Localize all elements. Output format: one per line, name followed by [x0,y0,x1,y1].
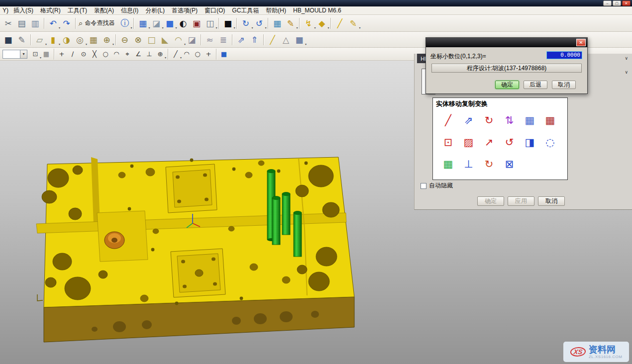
draft-analysis-icon[interactable]: △ [280,33,292,46]
measure-ruler-icon[interactable]: ╱ [333,17,346,29]
revolve-icon[interactable]: ◑ [60,33,73,46]
menu-item[interactable]: 格式(R) [37,6,64,15]
pattern-icon[interactable]: ▦ [87,33,100,46]
measure-distance-icon[interactable]: ╱ [266,33,279,46]
snap-midpoint-icon[interactable]: ⊙ [79,49,89,59]
scale-copy-icon[interactable]: ⊠ [502,157,517,172]
wcs-cube-icon[interactable]: ■ [219,49,229,59]
sketch-icon[interactable]: ✎ [15,33,28,46]
minimize-button[interactable]: – [603,0,612,6]
sketch-pencil-icon[interactable]: ✎ [347,17,359,29]
snap-endpoint-icon[interactable]: ∕ [68,49,78,59]
rotate-point-icon[interactable]: ↺ [502,135,517,150]
background-swatch-icon[interactable]: ■ [221,17,234,29]
panel-ok-button[interactable]: 确定 [477,196,504,206]
snap-tangent-icon[interactable]: ⊕ [155,49,165,59]
wizard-bolt-icon[interactable]: ↯ [302,17,315,29]
datum-plane-icon[interactable]: ▱ [33,33,46,46]
rect-array-icon[interactable]: ▦ [543,113,558,128]
glass-plane-icon[interactable]: ◪ [150,17,162,29]
selection-scope-combo[interactable]: ▾ [2,50,27,59]
grid-copy-icon[interactable]: ▦ [441,157,456,172]
redo-icon[interactable]: ↷ [60,17,73,29]
menu-item[interactable]: 分析(L) [142,6,168,15]
view-window-icon[interactable]: ▦ [136,17,149,29]
snap-perpendicular-icon[interactable]: ⊥ [144,49,154,59]
rotate-angle-icon[interactable]: ↻ [482,113,497,128]
chevron-down-icon[interactable]: ▾ [20,50,27,58]
panel-apply-button[interactable]: 应用 [508,196,534,206]
dialog-cancel-button[interactable]: 取消 [552,81,576,89]
offset-face-icon[interactable]: ⇑ [248,33,261,46]
arc-icon[interactable]: ◠ [182,49,192,59]
chamfer-icon[interactable]: ◣ [159,33,171,46]
edge-blend-icon[interactable]: ◠ [172,33,185,46]
axis-align-icon[interactable]: ⊥ [461,157,476,172]
trim-body-icon[interactable]: ◪ [186,33,198,46]
gem-icon[interactable]: ◆ [316,17,328,29]
hole-icon[interactable]: ◎ [74,33,86,46]
snap-quadrant-icon[interactable]: ◠ [111,49,121,59]
overflow-chevron-icon[interactable]: ∨ [625,56,628,61]
grid-snap-icon[interactable]: ▦ [41,49,51,59]
maroon-block-icon[interactable]: ▣ [190,17,203,29]
move-face-icon[interactable]: ⇗ [235,33,247,46]
menu-item[interactable]: 装配(A) [91,6,117,15]
dialog-close-icon[interactable]: ✕ [576,39,586,46]
vector-move-icon[interactable]: ↗ [482,135,497,150]
restore-button[interactable]: ▢ [613,0,621,6]
half-shade-sphere-icon[interactable]: ◐ [177,17,189,29]
scene-icon[interactable]: ■ [293,33,306,46]
annotate-pencil-icon[interactable]: ✎ [284,17,297,29]
intersect-icon[interactable]: ⊗ [132,33,144,46]
undo-icon[interactable]: ↶ [47,17,59,29]
extrude-icon[interactable]: ▮ [47,33,59,46]
menu-item[interactable]: 首选项(P) [168,6,201,15]
snap-center-icon[interactable]: ○ [101,49,110,59]
snap-settings-icon[interactable]: ⊡ [30,49,40,59]
line-icon[interactable]: ╱ [171,49,181,59]
dialog-back-button[interactable]: 后退 [524,81,547,89]
shaded-cube-icon[interactable]: ■ [163,17,176,29]
snap-point-icon[interactable]: + [57,49,67,59]
menu-item[interactable]: GC工具箱 [228,6,262,15]
pan-view-icon[interactable]: ↺ [253,17,265,29]
rotate-view-icon[interactable]: ↻ [239,17,252,29]
decimal-places-input[interactable]: 0.0000 [546,51,582,59]
layout-table-icon[interactable]: ▦ [271,17,283,29]
overflow-chevron-icon[interactable]: ∨ [625,70,628,75]
translate-line-icon[interactable]: ╱ [441,113,456,128]
info-icon[interactable]: ⓘ [118,17,131,29]
menu-item[interactable]: HB_MOULD M6.6 [290,7,345,14]
cube-orient-icon[interactable]: ◫ [204,17,216,29]
snap-intersection-icon[interactable]: ╳ [90,49,100,59]
translate-vector-icon[interactable]: ⇗ [461,113,476,128]
subtract-icon[interactable]: ⊖ [118,33,131,46]
unite-icon[interactable]: ⊕ [101,33,113,46]
panel-cancel-button[interactable]: 取消 [538,196,565,206]
autohide-checkbox[interactable] [421,183,426,189]
paste-icon[interactable]: ▥ [29,17,41,29]
circle-icon[interactable]: ○ [193,49,203,59]
copy-paste-icon[interactable]: ▦ [523,113,537,128]
rotate-copy-icon[interactable]: ↻ [482,157,497,172]
shell-icon[interactable]: □ [145,33,158,46]
snap-angle-icon[interactable]: ∠ [133,49,143,59]
snap-existing-point-icon[interactable]: ⌖ [122,49,132,59]
swept-icon[interactable]: ≈ [204,33,216,46]
align-axis-icon[interactable]: ◨ [523,135,537,150]
command-finder[interactable]: ⌕ 命令查找器 [78,19,118,28]
menu-item[interactable]: 窗口(O) [201,6,228,15]
thread-icon[interactable]: ≣ [217,33,229,46]
cut-icon[interactable]: ✂ [2,17,14,29]
point-icon[interactable]: + [204,49,213,59]
move-to-point-icon[interactable]: ⊡ [441,135,456,150]
copy-icon[interactable]: ▤ [15,17,28,29]
mirror-body-icon[interactable]: ⇅ [502,113,517,128]
dialog-ok-button[interactable]: 确定 [495,81,519,89]
menu-item[interactable]: 信息(I) [117,6,142,15]
menu-item[interactable]: 插入(S) [10,6,37,15]
circle-array-icon[interactable]: ◌ [543,135,558,150]
align-move-icon[interactable]: ▨ [461,135,476,150]
menu-item[interactable]: 工具(T) [64,6,91,15]
